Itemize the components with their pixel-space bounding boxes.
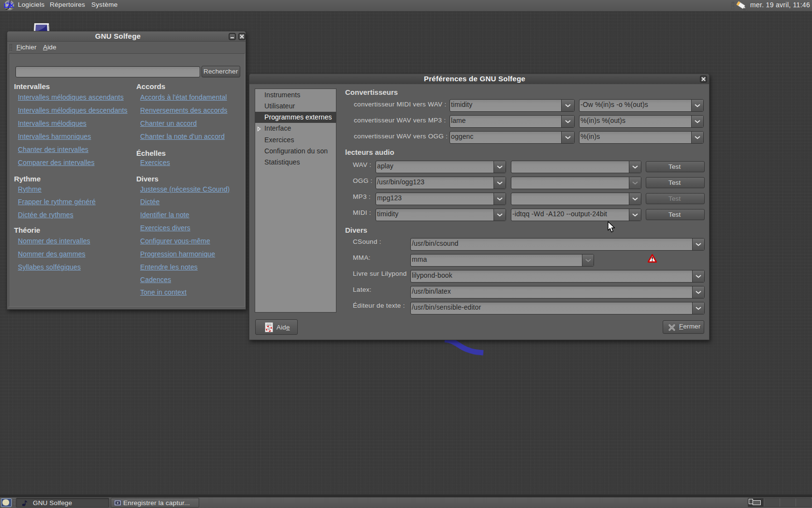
- svg-text:LZK: LZK: [4, 2, 14, 9]
